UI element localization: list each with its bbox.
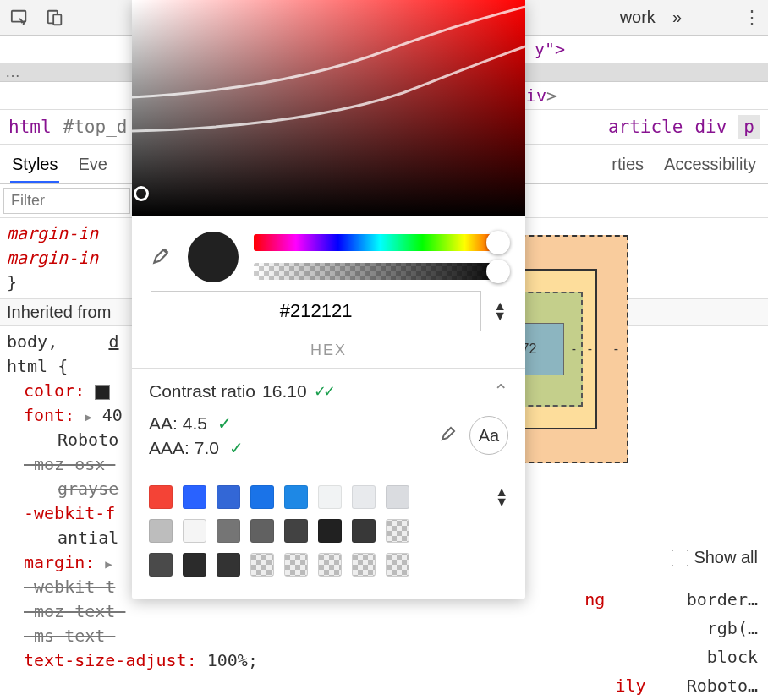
palette-row-1: ▲▼: [149, 485, 508, 509]
prop-moz-osx[interactable]: -moz-osx-: [24, 454, 115, 474]
palette-swatch[interactable]: [318, 485, 342, 509]
palette-swatch[interactable]: [352, 519, 376, 543]
contrast-section: Contrast ratio 16.10 ✓✓ ⌃ AA: 4.5 ✓ AAA:…: [132, 368, 525, 473]
prop-margin[interactable]: margin:: [24, 552, 95, 572]
inspect-icon[interactable]: [7, 5, 32, 30]
device-toggle-icon[interactable]: [42, 5, 68, 30]
palette-swatch[interactable]: [183, 553, 206, 577]
current-color-swatch: [188, 232, 239, 282]
palette-swatch[interactable]: [386, 485, 409, 509]
palette-cycle-icon[interactable]: ▲▼: [495, 489, 508, 506]
crumb-html[interactable]: html: [8, 117, 52, 137]
show-all-label: Show all: [694, 548, 758, 567]
prop-margin-inline-1[interactable]: margin-in: [7, 223, 98, 243]
aa-preview[interactable]: Aa: [469, 416, 508, 455]
palette-swatch[interactable]: [217, 485, 240, 509]
tab-properties[interactable]: rties: [610, 151, 645, 183]
hue-slider[interactable]: [254, 234, 507, 251]
palette-swatch[interactable]: [352, 485, 376, 509]
palette-swatch[interactable]: [386, 519, 409, 543]
palette-swatch[interactable]: [149, 519, 173, 543]
hue-handle[interactable]: [486, 231, 510, 254]
tab-accessibility[interactable]: Accessibility: [662, 151, 758, 183]
palette-swatch[interactable]: [352, 553, 376, 577]
chevron-up-icon[interactable]: ⌃: [493, 380, 508, 402]
prop-color[interactable]: color:: [24, 380, 85, 401]
prop-moz-text[interactable]: -moz-text-: [24, 601, 125, 621]
eyedropper-icon[interactable]: [151, 244, 173, 271]
palette-swatch[interactable]: [284, 519, 308, 543]
alpha-slider[interactable]: [254, 263, 507, 280]
bg-eyedropper-icon[interactable]: [439, 423, 459, 449]
palette-swatch[interactable]: [318, 519, 342, 543]
show-all-checkbox[interactable]: [672, 550, 688, 566]
prop-font[interactable]: font:: [24, 405, 74, 425]
contrast-label: Contrast ratio: [149, 381, 255, 402]
palette-swatch[interactable]: [183, 485, 206, 509]
color-swatch-icon[interactable]: [95, 385, 110, 400]
crumb-article[interactable]: article: [608, 117, 683, 137]
palette-swatch[interactable]: [284, 553, 308, 577]
color-picker: ▲▼ HEX Contrast ratio 16.10 ✓✓ ⌃ AA: 4.5…: [132, 0, 525, 599]
hex-label: HEX: [132, 342, 525, 368]
alpha-handle[interactable]: [486, 260, 510, 283]
format-toggle-icon[interactable]: ▲▼: [493, 303, 507, 320]
palette-swatch[interactable]: [149, 485, 173, 509]
palette-swatch[interactable]: [217, 519, 240, 543]
filter-input[interactable]: [3, 188, 130, 214]
tab-event-listeners[interactable]: Eve: [76, 151, 108, 183]
palette-swatch[interactable]: [217, 553, 240, 577]
computed-list: ng border… rgb(… block ily Roboto…: [504, 585, 758, 700]
palette-section: ▲▼: [132, 473, 525, 599]
selector-html[interactable]: html {: [7, 356, 68, 376]
palette-row-3: [149, 553, 508, 577]
expand-arrow-icon[interactable]: ▶: [85, 410, 91, 424]
svg-rect-2: [53, 14, 61, 25]
tab-network-partial[interactable]: work: [620, 8, 656, 27]
saturation-value-area[interactable]: [132, 0, 525, 216]
prop-margin-inline-2[interactable]: margin-in: [7, 248, 98, 268]
tab-styles[interactable]: Styles: [10, 151, 59, 183]
tab-overflow-icon[interactable]: »: [672, 8, 682, 27]
hex-input[interactable]: [151, 291, 481, 331]
svg-rect-0: [12, 10, 26, 21]
palette-swatch[interactable]: [318, 553, 342, 577]
contrast-value: 16.10: [262, 381, 307, 402]
palette-swatch[interactable]: [284, 485, 308, 509]
palette-swatch[interactable]: [250, 519, 274, 543]
palette-swatch[interactable]: [183, 519, 206, 543]
check-icon: ✓: [217, 414, 232, 433]
crumb-p[interactable]: p: [738, 115, 760, 139]
palette-row-2: [149, 519, 508, 543]
prop-webkit-font[interactable]: -webkit-f: [24, 503, 115, 523]
crumb-top[interactable]: #top_d: [63, 117, 128, 137]
palette-swatch[interactable]: [149, 553, 173, 577]
palette-swatch[interactable]: [386, 553, 409, 577]
prop-text-size-adjust[interactable]: text-size-adjust:: [24, 650, 197, 670]
show-all-row: Show all: [672, 548, 758, 567]
expand-arrow-icon-2[interactable]: ▶: [105, 557, 112, 571]
check-icon-2: ✓: [229, 439, 244, 457]
prop-webkit-text[interactable]: -webkit-t: [24, 577, 115, 597]
selector-body[interactable]: body,: [7, 331, 58, 352]
crumb-div[interactable]: div: [694, 117, 727, 137]
kebab-menu-icon[interactable]: ⋮: [743, 7, 761, 29]
palette-swatch[interactable]: [250, 553, 274, 577]
palette-swatch[interactable]: [250, 485, 274, 509]
double-check-icon: ✓✓: [314, 382, 332, 401]
sv-handle[interactable]: [134, 186, 149, 201]
prop-ms-text[interactable]: -ms-text-: [24, 626, 115, 646]
